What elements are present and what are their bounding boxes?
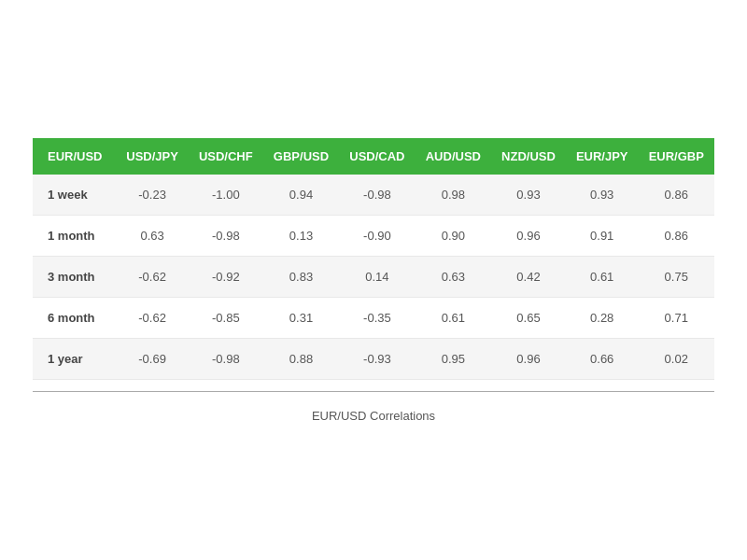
- header-cell-usd-chf: USD/CHF: [189, 138, 263, 175]
- value-cell: 0.90: [416, 215, 491, 256]
- table-row: 1 week-0.23-1.000.94-0.980.980.930.930.8…: [33, 175, 714, 216]
- value-cell: 0.66: [566, 338, 639, 379]
- value-cell: 0.95: [416, 338, 491, 379]
- value-cell: 0.94: [263, 175, 339, 216]
- value-cell: 0.31: [263, 297, 339, 338]
- value-cell: -0.23: [116, 175, 189, 216]
- value-cell: 0.93: [491, 175, 566, 216]
- value-cell: 0.42: [491, 256, 566, 297]
- correlations-table: EUR/USDUSD/JPYUSD/CHFGBP/USDUSD/CADAUD/U…: [33, 138, 714, 380]
- value-cell: 0.14: [339, 256, 415, 297]
- value-cell: 0.93: [566, 175, 639, 216]
- value-cell: -0.98: [189, 338, 263, 379]
- header-cell-eur-usd: EUR/USD: [33, 138, 116, 175]
- header-cell-aud-usd: AUD/USD: [416, 138, 491, 175]
- value-cell: -0.98: [189, 215, 263, 256]
- value-cell: -0.69: [116, 338, 189, 379]
- value-cell: 0.13: [263, 215, 339, 256]
- value-cell: 0.65: [491, 297, 566, 338]
- value-cell: -0.85: [189, 297, 263, 338]
- value-cell: 0.91: [566, 215, 639, 256]
- period-cell: 1 year: [33, 338, 116, 379]
- header-cell-usd-jpy: USD/JPY: [116, 138, 189, 175]
- value-cell: 0.61: [566, 256, 639, 297]
- value-cell: -0.90: [339, 215, 415, 256]
- period-cell: 3 month: [33, 256, 116, 297]
- header-cell-usd-cad: USD/CAD: [339, 138, 415, 175]
- table-row: 6 month-0.62-0.850.31-0.350.610.650.280.…: [33, 297, 714, 338]
- value-cell: 0.86: [638, 175, 714, 216]
- value-cell: 0.63: [416, 256, 491, 297]
- main-container: EUR/USDUSD/JPYUSD/CHFGBP/USDUSD/CADAUD/U…: [33, 138, 714, 423]
- value-cell: 0.02: [638, 338, 714, 379]
- period-cell: 1 month: [33, 215, 116, 256]
- value-cell: -0.62: [116, 256, 189, 297]
- value-cell: 0.28: [566, 297, 639, 338]
- table-row: 1 year-0.69-0.980.88-0.930.950.960.660.0…: [33, 338, 714, 379]
- value-cell: 0.71: [638, 297, 714, 338]
- table-row: 1 month0.63-0.980.13-0.900.900.960.910.8…: [33, 215, 714, 256]
- value-cell: -0.35: [339, 297, 415, 338]
- header-cell-gbp-usd: GBP/USD: [263, 138, 339, 175]
- value-cell: 0.96: [491, 338, 566, 379]
- value-cell: -0.92: [189, 256, 263, 297]
- table-caption: EUR/USD Correlations: [33, 409, 714, 423]
- period-cell: 1 week: [33, 175, 116, 216]
- value-cell: 0.98: [416, 175, 491, 216]
- value-cell: -1.00: [189, 175, 263, 216]
- table-row: 3 month-0.62-0.920.830.140.630.420.610.7…: [33, 256, 714, 297]
- value-cell: -0.93: [339, 338, 415, 379]
- period-cell: 6 month: [33, 297, 116, 338]
- header-cell-eur-jpy: EUR/JPY: [566, 138, 639, 175]
- table-header-row: EUR/USDUSD/JPYUSD/CHFGBP/USDUSD/CADAUD/U…: [33, 138, 714, 175]
- header-cell-nzd-usd: NZD/USD: [491, 138, 566, 175]
- value-cell: -0.62: [116, 297, 189, 338]
- value-cell: 0.86: [638, 215, 714, 256]
- table-divider: [33, 391, 714, 392]
- value-cell: 0.61: [416, 297, 491, 338]
- value-cell: 0.63: [116, 215, 189, 256]
- value-cell: 0.96: [491, 215, 566, 256]
- value-cell: 0.88: [263, 338, 339, 379]
- value-cell: -0.98: [339, 175, 415, 216]
- value-cell: 0.75: [638, 256, 714, 297]
- value-cell: 0.83: [263, 256, 339, 297]
- header-cell-eur-gbp: EUR/GBP: [638, 138, 714, 175]
